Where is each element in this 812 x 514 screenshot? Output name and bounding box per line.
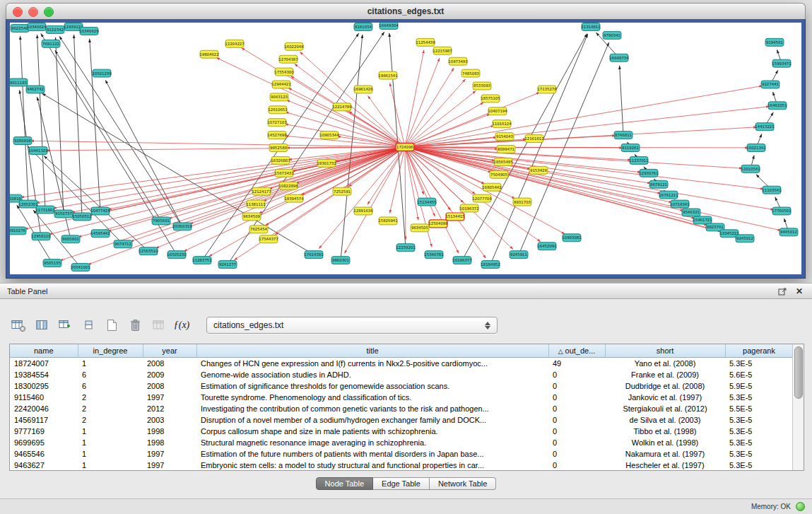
network-node[interactable]: 7691122 [42, 40, 60, 47]
network-node[interactable]: 14595442 [90, 230, 110, 238]
delete-table-icon[interactable] [125, 316, 145, 334]
network-node[interactable]: 12204227 [225, 40, 244, 47]
network-node[interactable]: 12504098 [428, 220, 448, 228]
network-node[interactable]: 9194561 [765, 38, 784, 46]
network-node[interactable]: 12958120 [31, 233, 51, 240]
citation-edge-red[interactable] [405, 147, 651, 183]
network-node[interactable]: 20501239 [92, 69, 112, 77]
tab-network-table[interactable]: Network Table [430, 477, 497, 490]
close-panel-icon[interactable]: ✕ [794, 286, 805, 297]
table-options-icon[interactable] [8, 316, 28, 334]
citation-edge-red[interactable] [405, 147, 424, 194]
citation-edge-black[interactable] [620, 66, 623, 135]
network-node[interactable]: 8679121 [649, 180, 668, 188]
network-node[interactable]: 15461721 [693, 216, 712, 224]
network-node[interactable]: 11381111 [246, 200, 265, 208]
network-node[interactable]: 10021341 [746, 144, 765, 152]
network-node[interactable]: 10441328 [28, 147, 48, 155]
network-node[interactable]: 9674712 [114, 240, 132, 248]
network-node[interactable]: 8099471 [497, 146, 515, 153]
network-node[interactable]: 15340781 [424, 251, 443, 259]
network-node[interactable]: 16961426 [353, 86, 373, 93]
network-node[interactable]: 11237011 [629, 156, 648, 164]
citation-edge-red[interactable] [405, 93, 540, 147]
network-node[interactable]: 9245012 [736, 235, 754, 243]
network-node[interactable]: 18184952 [481, 261, 500, 269]
row-options-icon[interactable] [78, 316, 98, 334]
network-node[interactable]: 11103541 [762, 186, 781, 194]
network-node[interactable]: 17614391 [304, 251, 323, 259]
network-node[interactable]: 12124177 [252, 187, 271, 195]
table-selector-combobox[interactable]: citations_edges.txt [206, 317, 498, 334]
network-node[interactable]: 16648734 [609, 54, 629, 62]
citation-edge-black[interactable] [20, 36, 28, 204]
network-node[interactable]: 9043123 [270, 93, 288, 101]
network-node[interactable]: 12077709 [472, 194, 492, 202]
network-node[interactable]: 19861541 [378, 71, 397, 79]
network-node[interactable]: 12652301 [18, 200, 37, 208]
network-canvas[interactable]: 1724096112544391221598710973493748508385… [10, 23, 801, 274]
column-header-name[interactable]: name [10, 344, 78, 358]
network-node[interactable]: 12239201 [396, 244, 415, 252]
network-node[interactable]: 15826941 [378, 217, 397, 225]
network-node[interactable]: 17135278 [537, 86, 557, 93]
network-node[interactable]: 15134455 [417, 198, 436, 206]
network-node[interactable]: 17544377 [259, 235, 278, 243]
table-row[interactable]: 911546021997Tourette syndrome. Phenomeno… [10, 392, 793, 403]
network-node[interactable]: 16505230 [167, 251, 187, 259]
tab-edge-table[interactable]: Edge Table [373, 477, 430, 490]
table-row[interactable]: 977716911998Corpus callosum shape and si… [10, 426, 793, 437]
citation-edge-black[interactable] [462, 34, 587, 261]
network-node[interactable]: 18301732 [317, 159, 336, 167]
citation-edge-red[interactable] [405, 147, 406, 240]
citation-edge-red[interactable] [286, 112, 405, 147]
citation-edge-red[interactable] [405, 147, 774, 210]
network-node[interactable]: 10407194 [488, 107, 507, 115]
network-node[interactable]: 17760501 [772, 207, 791, 215]
network-node[interactable]: 19565495 [493, 158, 512, 165]
network-node[interactable]: 12214789 [332, 103, 352, 111]
network-node[interactable]: 11016124 [492, 120, 512, 128]
network-node[interactable]: 9546321 [682, 209, 700, 216]
network-node[interactable]: 12610651 [268, 106, 287, 114]
network-node[interactable]: 7625454 [249, 226, 268, 233]
network-node[interactable]: 10993081 [562, 234, 581, 242]
citation-edge-red[interactable] [405, 147, 737, 236]
network-node[interactable]: 9605801 [61, 235, 80, 243]
network-node[interactable]: 9241277 [218, 261, 237, 269]
network-node[interactable]: 11731801 [35, 206, 54, 214]
column-header-short[interactable]: short [605, 344, 725, 358]
network-node[interactable]: 8622540 [11, 24, 29, 32]
window-minimize-button[interactable] [28, 7, 38, 17]
table-row[interactable]: 1830029562008Estimation of significance … [10, 380, 793, 392]
network-node[interactable]: 21314811 [581, 23, 600, 30]
citation-edge-red[interactable] [405, 147, 748, 148]
tab-node-table[interactable]: Node Table [316, 477, 373, 490]
network-node[interactable]: 9122342 [46, 25, 64, 33]
network-node[interactable]: 18575105 [481, 95, 500, 103]
citation-edge-red[interactable] [78, 147, 405, 237]
network-node[interactable]: 10340624 [27, 23, 47, 30]
network-node[interactable]: 7485083 [461, 69, 480, 77]
citation-edge-red[interactable] [405, 58, 440, 147]
network-node[interactable]: 9227441 [761, 81, 779, 88]
network-node[interactable]: 9790341 [603, 31, 621, 39]
window-close-button[interactable] [13, 7, 23, 17]
column-header-out-degree[interactable]: △out_de... [548, 344, 605, 358]
network-node[interactable]: 7504905 [490, 170, 508, 178]
network-node[interactable]: 16326807 [271, 156, 290, 164]
table-row[interactable]: 969969511998Structural magnetic resonanc… [10, 437, 793, 448]
network-node[interactable]: 12215987 [433, 47, 452, 54]
network-node[interactable]: 8533093 [473, 82, 491, 90]
column-header-in-degree[interactable]: in_degree [78, 344, 143, 358]
citation-edge-red[interactable] [405, 127, 757, 147]
citation-edge-red[interactable] [405, 68, 454, 147]
citation-edge-red[interactable] [405, 50, 424, 147]
citation-edge-red[interactable] [288, 88, 405, 147]
show-columns-icon[interactable] [32, 316, 52, 334]
table-row[interactable]: 1456911722003Disruption of a novel membe… [10, 414, 793, 426]
network-node[interactable]: 20360319 [172, 223, 192, 230]
network-node[interactable]: 16452091 [537, 243, 556, 250]
network-node[interactable]: 9634505 [411, 224, 429, 232]
network-node[interactable]: 12161612 [524, 135, 543, 143]
